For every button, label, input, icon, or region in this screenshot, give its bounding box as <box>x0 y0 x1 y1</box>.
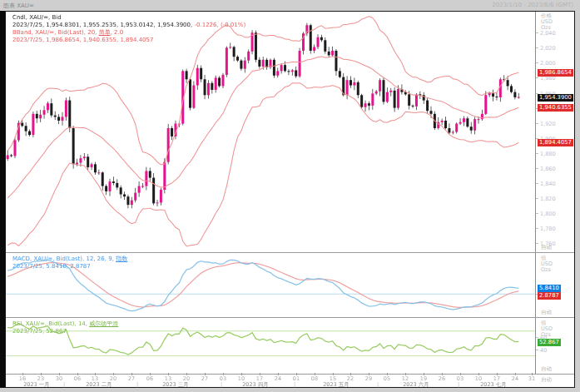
bollinger-readout: 2023/7/25, 1,986.8654, 1,940.6355, 1,894… <box>12 37 245 44</box>
pane-separator <box>6 252 574 253</box>
axis-tick-mark <box>536 337 538 338</box>
time-axis-tick: 05 <box>384 375 390 382</box>
axis-tick-mark <box>536 168 538 169</box>
month-separator: | <box>63 381 65 388</box>
date-range-label: 2023/1/10 - 2023/8/6 (GMT) <box>492 2 573 8</box>
window-top-bar: 图表 XAU= 2023/1/10 - 2023/8/6 (GMT) <box>0 0 580 11</box>
trading-chart-window: { "titlebar": { "title_left": "图表 XAU=",… <box>0 0 580 392</box>
value-badge-macd: 5.8410 <box>538 285 561 292</box>
time-axis-tick: 24 <box>512 375 518 382</box>
auto-scale-button[interactable]: 自动 <box>541 365 552 373</box>
time-axis-tick: 29 <box>365 375 372 382</box>
price-ohlc-readout: 2023/7/25, 1,954.8301, 1,955.2535, 1,953… <box>12 22 245 29</box>
time-axis-tick: 26 <box>439 375 445 382</box>
value-badge-band: 1,986.8654 <box>538 69 573 77</box>
axis-tick-mark <box>536 228 538 229</box>
axis-tick-mark <box>536 198 538 199</box>
month-separator: | <box>377 381 379 388</box>
macd-axis[interactable]: 值USDOzs05.84102.8787自动 <box>536 254 574 317</box>
bollinger-label: BBand, XAU/=, Bid(Last), 20, 简单, 2.0 <box>12 29 245 37</box>
time-axis-tick: 24 <box>275 375 281 382</box>
ax-price-tick: 1,820 <box>540 196 556 202</box>
time-axis-tick: 08 <box>311 375 318 382</box>
macd-legend[interactable]: MACD, XAU/=, Bid(Last), 12, 26, 9, 指数 20… <box>12 256 127 270</box>
time-axis-month-label: 2023 二月 <box>86 381 112 389</box>
time-axis-month-label: 2023 六月 <box>403 381 429 389</box>
ax-rsi-tick: 40 <box>540 347 547 354</box>
value-badge-rsi: 52.867 <box>538 339 561 346</box>
ax-price-tick: 1,840 <box>540 181 556 187</box>
axis-tick-mark <box>536 350 538 350</box>
time-axis-tick: 27 <box>128 375 135 382</box>
time-axis-month-label: 2023 七月 <box>480 381 507 389</box>
axis-tick-mark <box>536 47 538 48</box>
auto-scale-button[interactable]: 自动 <box>541 376 552 384</box>
time-axis-month-label: 2023 五月 <box>323 381 349 389</box>
axis-tick-mark <box>536 62 538 63</box>
ax-price-tick: 1,800 <box>540 211 556 217</box>
rsi-axis[interactable]: 值USDOzs604052.867自动 <box>536 319 574 374</box>
ax-price-tick: 2,020 <box>540 45 556 52</box>
rsi-legend[interactable]: RSI, XAU/=, Bid(Last), 14, 威尔德平滑 2023/7/… <box>12 320 118 335</box>
price-legend[interactable]: Cndl, XAU/=, Bid 2023/7/25, 1,954.8301, … <box>12 14 245 44</box>
ax-macd-header: Ozs <box>541 266 551 273</box>
time-axis[interactable]: 1623300613202706132027031017240108152229… <box>6 375 574 389</box>
ax-price-tick: 2,040 <box>540 30 556 37</box>
month-separator: | <box>294 381 295 388</box>
time-axis-month-label: 2023 四月 <box>242 381 269 389</box>
month-separator: | <box>221 381 222 388</box>
ax-price-tick: 2,000 <box>540 60 556 67</box>
value-badge-band: 1,894.4057 <box>538 139 573 146</box>
axis-tick-mark <box>536 153 538 154</box>
macd-label: MACD, XAU/=, Bid(Last), 12, 26, 9, 指数 <box>12 256 127 263</box>
month-separator: | <box>136 381 138 388</box>
time-axis-tick: 06 <box>74 375 81 382</box>
axis-tick-mark <box>536 243 538 244</box>
axis-tick-mark <box>536 213 538 214</box>
rsi-readout: 2023/7/25, 52.867 <box>12 328 118 335</box>
ax-price-tick: 1,780 <box>540 226 556 232</box>
ax-price-tick: 1,860 <box>540 166 556 172</box>
price-series-label: Cndl, XAU/=, Bid <box>12 14 245 22</box>
price-axis[interactable]: 价格USDOzs2,0402,0202,0001,9801,9601,9401,… <box>536 12 574 252</box>
chart-title: 图表 XAU= <box>3 2 34 10</box>
axis-tick-mark <box>536 123 538 124</box>
time-axis-tick: 27 <box>201 375 208 382</box>
value-badge-last: 1,954.3900 <box>538 94 573 102</box>
month-separator: | <box>458 381 459 388</box>
ax-price-tick: 1,920 <box>540 121 556 127</box>
axis-tick-mark <box>536 77 538 78</box>
time-axis-tick: 31 <box>528 375 535 382</box>
auto-scale-button[interactable]: 自动 <box>541 244 552 251</box>
time-axis-month-label: 2023 一月 <box>23 381 50 389</box>
axis-tick-mark <box>536 183 538 184</box>
axis-tick-mark <box>536 32 538 33</box>
macd-readout: 2023/7/25, 5.8410, 2.8787 <box>12 263 127 270</box>
auto-scale-button[interactable]: 自动 <box>541 309 552 316</box>
rsi-label: RSI, XAU/=, Bid(Last), 14, 威尔德平滑 <box>12 320 118 328</box>
chart-frame: Cndl, XAU/=, Bid 2023/7/25, 1,954.8301, … <box>5 11 575 388</box>
time-axis-tick: 06 <box>146 375 153 382</box>
value-badge-signal: 2.8787 <box>538 292 561 300</box>
pane-separator <box>6 317 574 318</box>
value-badge-band: 1,940.6355 <box>538 104 573 112</box>
price-pane-canvas[interactable] <box>6 12 535 252</box>
ax-price-tick: 1,880 <box>540 151 556 157</box>
time-axis-month-label: 2023 三月 <box>162 381 189 389</box>
time-axis-tick: 30 <box>56 375 62 382</box>
